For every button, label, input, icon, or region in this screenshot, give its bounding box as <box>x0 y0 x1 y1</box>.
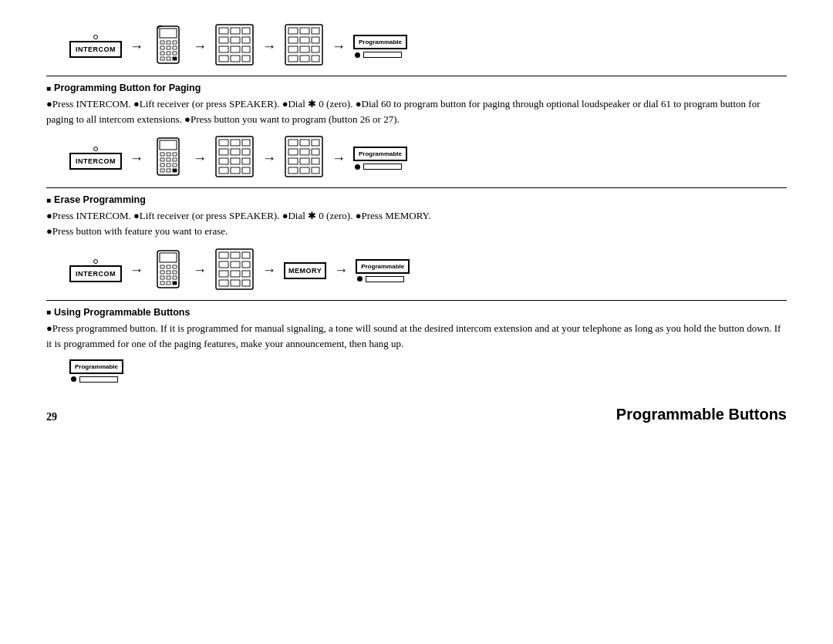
section-erase-programming: Erase Programming ●Press INTERCOM. ●Lift… <box>46 194 787 239</box>
svg-rect-63 <box>242 158 250 164</box>
section-body-3: ●Press programmed button. If it is progr… <box>46 321 787 352</box>
svg-rect-28 <box>288 28 298 34</box>
arrow-1a: → <box>130 39 143 55</box>
programmable-label-2: Programmable <box>353 147 407 161</box>
svg-rect-43 <box>167 153 170 156</box>
svg-rect-44 <box>173 153 177 156</box>
svg-rect-97 <box>242 252 250 258</box>
svg-rect-99 <box>231 261 240 268</box>
svg-rect-69 <box>300 140 309 146</box>
final-programmable-wrap: Programmable <box>69 359 787 383</box>
svg-rect-11 <box>160 57 164 60</box>
svg-rect-83 <box>167 265 170 268</box>
svg-rect-22 <box>231 46 240 52</box>
svg-rect-36 <box>312 46 319 52</box>
svg-rect-8 <box>160 52 164 55</box>
svg-rect-84 <box>173 265 177 268</box>
keypad-device-2b <box>284 135 324 181</box>
svg-rect-51 <box>160 169 164 172</box>
section-programming-paging: Programming Button for Paging ●Press INT… <box>46 83 787 127</box>
phone-icon-1 <box>151 23 185 69</box>
svg-rect-45 <box>160 158 164 161</box>
section-using-programmable: Using Programmable Buttons ●Press progra… <box>46 307 787 352</box>
svg-rect-21 <box>219 46 228 52</box>
svg-rect-93 <box>173 282 177 285</box>
svg-rect-5 <box>160 46 164 49</box>
prog-bullet-final <box>71 376 76 382</box>
arrow-3a: → <box>130 262 143 278</box>
intercom-button-1: INTERCOM <box>69 35 122 58</box>
svg-rect-89 <box>167 276 170 279</box>
svg-rect-6 <box>167 46 170 49</box>
svg-rect-102 <box>231 271 240 277</box>
intercom-button-2: INTERCOM <box>69 147 122 170</box>
svg-rect-101 <box>219 271 228 277</box>
svg-rect-94 <box>216 249 253 289</box>
intercom-label-3: INTERCOM <box>69 265 122 282</box>
svg-rect-14 <box>216 25 253 65</box>
svg-rect-82 <box>160 265 164 268</box>
prog-bullet-3 <box>357 276 363 282</box>
svg-rect-85 <box>160 271 164 274</box>
intercom-dot-1 <box>93 35 98 39</box>
svg-rect-103 <box>242 271 250 277</box>
svg-rect-2 <box>160 41 164 44</box>
programmable-button-3: Programmable <box>356 259 410 282</box>
prog-bar-1 <box>363 52 402 58</box>
svg-rect-19 <box>231 37 240 43</box>
svg-rect-58 <box>219 149 228 155</box>
svg-rect-78 <box>300 167 309 174</box>
intercom-label-1: INTERCOM <box>69 41 122 58</box>
svg-rect-105 <box>231 280 240 286</box>
diagram-row-1: INTERCOM → → <box>69 23 787 69</box>
svg-rect-15 <box>219 28 228 34</box>
svg-rect-65 <box>231 167 240 174</box>
svg-rect-29 <box>300 28 309 34</box>
svg-rect-59 <box>231 149 240 155</box>
svg-rect-46 <box>167 158 170 161</box>
arrow-3b: → <box>193 262 207 278</box>
svg-rect-95 <box>219 252 228 258</box>
svg-rect-7 <box>173 46 177 49</box>
intercom-button-3: INTERCOM <box>69 259 122 282</box>
svg-rect-18 <box>219 37 228 43</box>
svg-rect-52 <box>167 169 170 172</box>
page-number: 29 <box>46 411 57 423</box>
prog-bar-2 <box>363 164 402 170</box>
svg-rect-54 <box>216 137 253 177</box>
svg-rect-61 <box>219 158 228 164</box>
svg-rect-57 <box>242 140 250 146</box>
section-title-1: Programming Button for Paging <box>46 83 787 93</box>
svg-rect-100 <box>242 261 250 268</box>
divider-1 <box>46 76 787 76</box>
svg-rect-41 <box>160 140 177 150</box>
svg-rect-88 <box>160 276 164 279</box>
svg-rect-73 <box>312 149 319 155</box>
svg-rect-62 <box>231 158 240 164</box>
arrow-1d: → <box>332 39 346 55</box>
prog-bullet-1 <box>355 52 360 58</box>
prog-line-1 <box>355 52 402 58</box>
svg-rect-23 <box>242 46 250 52</box>
programmable-button-final: Programmable <box>69 359 787 383</box>
intercom-dot-2 <box>93 147 98 151</box>
svg-rect-12 <box>167 57 170 60</box>
svg-rect-96 <box>231 252 240 258</box>
phone-icon-3 <box>151 248 185 294</box>
svg-rect-30 <box>312 28 319 34</box>
prog-bar-3 <box>366 276 404 282</box>
svg-rect-38 <box>300 56 309 62</box>
svg-rect-87 <box>173 271 177 274</box>
svg-rect-20 <box>242 37 250 43</box>
svg-rect-81 <box>160 253 177 262</box>
svg-rect-4 <box>173 41 177 44</box>
section-title-2: Erase Programming <box>46 194 787 205</box>
divider-2 <box>46 187 787 188</box>
svg-rect-86 <box>167 271 170 274</box>
svg-rect-16 <box>231 28 240 34</box>
svg-rect-34 <box>288 46 298 52</box>
svg-rect-104 <box>219 280 228 286</box>
svg-rect-64 <box>219 167 228 174</box>
svg-rect-39 <box>312 56 319 62</box>
arrow-1b: → <box>193 39 207 55</box>
